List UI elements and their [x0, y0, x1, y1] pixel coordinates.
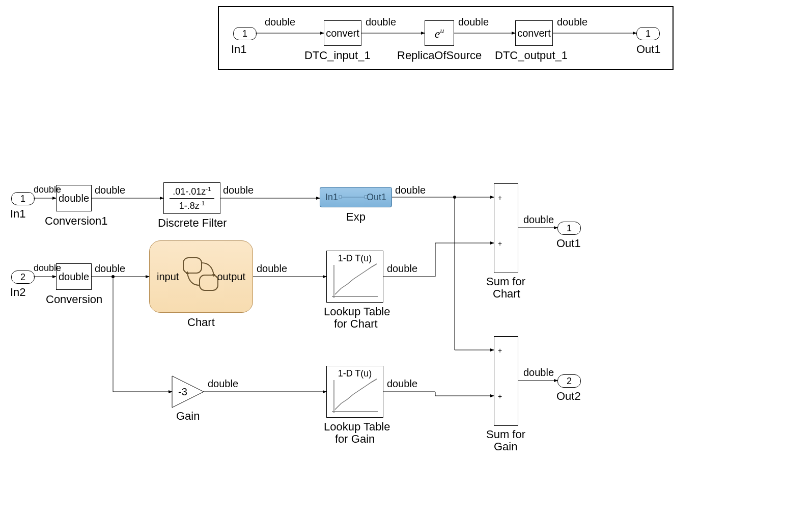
exp-block[interactable]: In1 Out1	[320, 187, 392, 207]
chart-label: Chart	[187, 316, 215, 329]
conversion1-label: Conversion1	[45, 214, 108, 228]
signal-lines	[0, 0, 812, 514]
port-number: 2	[567, 376, 572, 387]
callout-in-port[interactable]: 1	[233, 27, 257, 40]
callout-dtc-output-block[interactable]: convert	[515, 20, 553, 46]
sum-gain-plus2: +	[498, 392, 502, 400]
callout-out-port[interactable]: 1	[636, 27, 660, 40]
callout-sig-4: double	[557, 16, 587, 28]
sum-chart-label2: Chart	[493, 287, 520, 301]
inport-1[interactable]: 1	[11, 192, 35, 205]
sum-chart-plus2: +	[498, 239, 502, 248]
callout-dtc-output-label: DTC_output_1	[495, 49, 568, 62]
sum-gain-label2: Gain	[494, 440, 517, 453]
chart-block[interactable]: input output	[149, 240, 253, 313]
callout-dtc-input-label: DTC_input_1	[304, 49, 371, 62]
svg-point-24	[111, 275, 115, 278]
lut-gain-title: 1-D T(u)	[338, 368, 372, 379]
sig-in1: double	[34, 184, 61, 195]
sig-filter-out: double	[223, 184, 254, 196]
conversion-block[interactable]: double	[56, 263, 92, 290]
exp-inner-dots	[0, 0, 812, 514]
filter-fraction: .01-.01z-1 1-.8z-1	[170, 185, 214, 211]
gain-block-clickzone[interactable]	[172, 376, 204, 408]
block-text: double	[59, 271, 89, 283]
inport-1-label: In1	[10, 207, 26, 221]
sig-sumchart-out: double	[523, 214, 554, 226]
gain-triangle	[0, 0, 812, 514]
block-text: convert	[517, 28, 551, 39]
callout-out-label: Out1	[636, 43, 661, 56]
discrete-filter-label: Discrete Filter	[158, 217, 227, 230]
port-number: 1	[567, 223, 572, 234]
sig-conv2-out: double	[95, 263, 125, 275]
conversion-label: Conversion	[46, 293, 102, 306]
callout-sig-2: double	[366, 16, 396, 28]
block-text: eu	[435, 26, 444, 41]
discrete-filter-block[interactable]: .01-.01z-1 1-.8z-1	[163, 182, 220, 214]
conversion1-block[interactable]: double	[56, 185, 92, 211]
inport-2[interactable]: 2	[11, 270, 35, 284]
lut-chart-title: 1-D T(u)	[338, 253, 372, 264]
lookup-chart-label2: for Chart	[334, 317, 378, 331]
port-number: 1	[646, 29, 651, 39]
port-number: 2	[20, 272, 25, 283]
gain-label: Gain	[176, 410, 200, 423]
lookup-gain-block[interactable]: 1-D T(u)	[326, 366, 383, 418]
block-text: convert	[326, 28, 359, 39]
port-number: 1	[242, 29, 247, 39]
outport-2-label: Out2	[556, 390, 581, 403]
lookup-gain-label2: for Gain	[335, 432, 375, 446]
sum-chart-plus1: +	[498, 194, 502, 202]
sig-gain-out: double	[208, 378, 238, 390]
callout-replica-label: ReplicaOfSource	[397, 49, 482, 62]
lookup-gain-label1: Lookup Table	[324, 420, 390, 434]
sig-conv1-out: double	[95, 184, 125, 196]
exp-in-label: In1	[325, 192, 338, 203]
outport-1-label: Out1	[556, 237, 581, 250]
svg-point-21	[453, 196, 456, 199]
lookup-gain-icon	[0, 0, 812, 514]
sig-lutgain-out: double	[387, 378, 417, 390]
lookup-chart-block[interactable]: 1-D T(u)	[326, 251, 383, 303]
chart-icon	[0, 0, 812, 514]
outport-1[interactable]: 1	[557, 222, 581, 235]
svg-marker-0	[218, 70, 674, 206]
outport-2[interactable]: 2	[557, 374, 581, 388]
block-text: double	[59, 193, 89, 204]
sum-gain-label1: Sum for	[486, 428, 525, 441]
exp-label: Exp	[346, 210, 366, 224]
sig-sumgain-out: double	[523, 367, 554, 378]
chart-out-label: output	[217, 271, 245, 283]
exp-out-label: Out1	[367, 192, 386, 203]
callout-wedge	[0, 0, 812, 514]
callout-replica-block[interactable]: eu	[425, 20, 454, 46]
sig-exp-out: double	[395, 184, 426, 196]
port-number: 1	[20, 194, 25, 204]
lookup-chart-label1: Lookup Table	[324, 305, 390, 318]
chart-in-label: input	[157, 271, 179, 283]
inport-2-label: In2	[10, 286, 26, 299]
callout-sig-1: double	[265, 16, 295, 28]
lookup-chart-icon	[0, 0, 812, 514]
callout-sig-3: double	[458, 16, 489, 28]
sum-gain-plus1: +	[498, 346, 502, 355]
sig-lutchart-out: double	[387, 263, 417, 275]
sum-chart-label1: Sum for	[486, 275, 525, 288]
sig-in2: double	[34, 263, 61, 274]
sig-chart-out: double	[257, 263, 287, 275]
callout-dtc-input-block[interactable]: convert	[324, 20, 361, 46]
callout-in-label: In1	[231, 43, 247, 56]
